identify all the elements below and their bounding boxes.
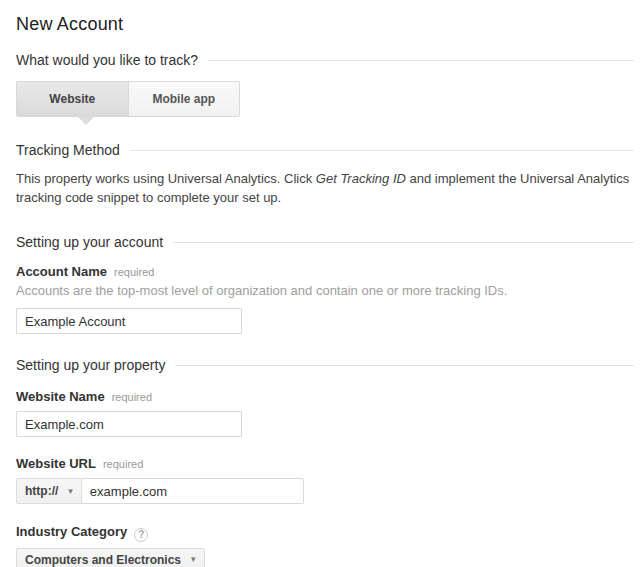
account-heading-text: Setting up your account <box>16 234 163 250</box>
tab-website[interactable]: Website <box>17 82 129 116</box>
account-name-required-tag: required <box>114 266 154 278</box>
track-section-heading: What would you like to track? <box>16 52 634 68</box>
help-icon[interactable]: ? <box>134 528 148 542</box>
website-url-label-row: Website URL required <box>16 456 634 471</box>
section-rule <box>208 60 634 61</box>
industry-category-dropdown[interactable]: Computers and Electronics ▾ <box>16 548 205 567</box>
account-name-input[interactable] <box>16 308 242 334</box>
section-rule <box>175 365 634 366</box>
property-heading-text: Setting up your property <box>16 357 165 373</box>
website-name-label-row: Website Name required <box>16 389 634 404</box>
website-url-input[interactable] <box>82 478 304 504</box>
track-heading-text: What would you like to track? <box>16 52 198 68</box>
tracking-method-description: This property works using Universal Anal… <box>16 169 634 207</box>
industry-category-label-row: Industry Category ? <box>16 524 634 540</box>
website-url-label: Website URL <box>16 456 96 471</box>
section-rule <box>173 242 634 243</box>
industry-category-value: Computers and Electronics <box>25 553 181 567</box>
website-name-label: Website Name <box>16 389 105 404</box>
track-type-tabs: Website Mobile app <box>16 81 240 117</box>
chevron-down-icon: ▾ <box>191 555 196 564</box>
website-name-required-tag: required <box>112 391 152 403</box>
tab-mobile-app-label: Mobile app <box>152 92 215 106</box>
website-url-required-tag: required <box>103 458 143 470</box>
industry-category-label: Industry Category <box>16 524 127 539</box>
tracking-method-heading: Tracking Method <box>16 142 634 158</box>
website-url-row: http:// ▾ <box>16 478 634 504</box>
new-account-page: New Account What would you like to track… <box>0 0 640 567</box>
property-section-heading: Setting up your property <box>16 357 634 373</box>
page-title: New Account <box>16 14 634 35</box>
website-name-input[interactable] <box>16 411 242 437</box>
tracking-desc-italic: Get Tracking ID <box>316 171 406 186</box>
account-name-helper: Accounts are the top-most level of organ… <box>16 283 634 298</box>
selected-tab-pointer-icon <box>78 117 94 125</box>
industry-category-row: Computers and Electronics ▾ <box>16 548 634 567</box>
tracking-desc-pre: This property works using Universal Anal… <box>16 171 316 186</box>
url-protocol-dropdown[interactable]: http:// ▾ <box>16 478 82 504</box>
account-name-label: Account Name <box>16 264 107 279</box>
account-section-heading: Setting up your account <box>16 234 634 250</box>
chevron-down-icon: ▾ <box>68 487 73 496</box>
tracking-method-heading-text: Tracking Method <box>16 142 120 158</box>
section-rule <box>130 150 634 151</box>
account-name-label-row: Account Name required <box>16 264 634 279</box>
url-protocol-value: http:// <box>25 484 58 498</box>
tab-mobile-app[interactable]: Mobile app <box>129 82 240 116</box>
tab-website-label: Website <box>49 92 95 106</box>
